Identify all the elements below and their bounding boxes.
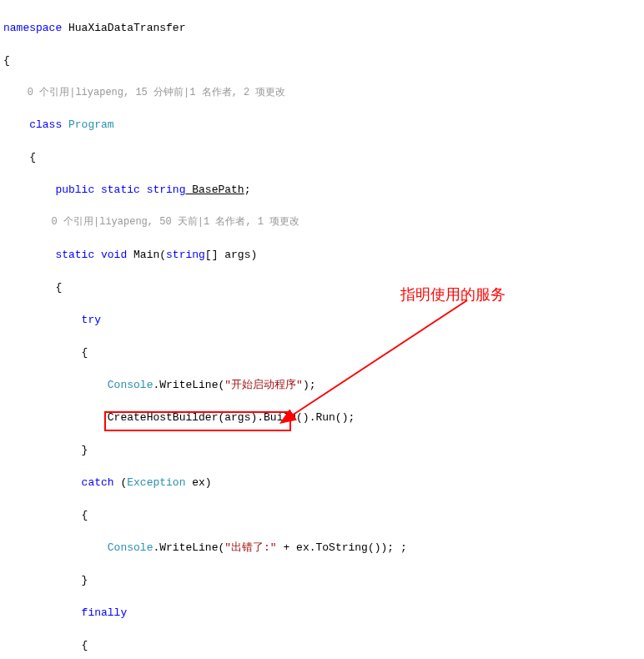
code-line: { [3,279,644,296]
codelens[interactable]: 0 个引用|liyapeng, 50 天前|1 名作者, 1 项更改 [3,214,644,230]
code-line: try [3,312,644,329]
code-editor[interactable]: namespace HuaXiaDataTransfer { 0 个引用|liy… [0,0,644,659]
code-line: } [3,442,644,459]
code-line: } [3,572,644,589]
code-line: Console.WriteLine("出错了:" + ex.ToString()… [3,540,644,556]
code-line: { [3,53,644,69]
code-line: finally [3,605,644,621]
code-line: { [3,507,644,524]
code-line: class Program [3,117,644,133]
codelens[interactable]: 0 个引用|liyapeng, 15 分钟前|1 名作者, 2 项更改 [3,85,644,101]
code-line: catch (Exception ex) [3,475,644,491]
code-line: { [3,637,644,654]
code-line: public static string BasePath; [3,182,644,199]
code-line: { [3,345,644,361]
code-line: CreateHostBuilder(args).Build().Run(); [3,410,644,426]
code-line: static void Main(string[] args) [3,247,644,264]
code-line: namespace HuaXiaDataTransfer [3,20,644,37]
code-line: { [3,149,644,166]
code-line: Console.WriteLine("开始启动程序"); [3,377,644,394]
